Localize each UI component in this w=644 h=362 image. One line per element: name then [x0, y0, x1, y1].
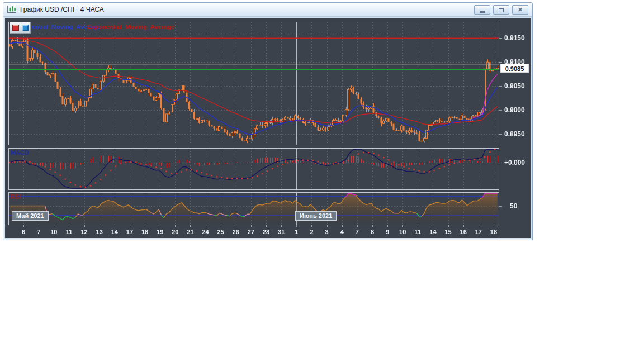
indicator-buttons-panel [10, 22, 31, 34]
price-axis-label: 0.9150 [504, 34, 525, 42]
time-axis-label: 31 [274, 228, 288, 235]
time-axis-label: 10 [47, 228, 60, 235]
time-axis-label: 11 [411, 228, 424, 235]
time-axis-label: 18 [487, 228, 500, 235]
window-titlebar[interactable]: График USD /CHF 4 ЧАСА ✕ [3, 3, 532, 17]
time-axis-label: 20 [168, 228, 182, 235]
time-axis-label: 10 [396, 228, 409, 235]
time-axis-label: 15 [442, 228, 455, 235]
time-axis-label: 17 [123, 228, 136, 235]
time-axis-label: 7 [32, 228, 45, 235]
window-controls: ✕ [474, 5, 528, 15]
time-axis-label: 14 [426, 228, 439, 235]
rsi-mid-axis-label: 50 [510, 202, 517, 210]
time-axis-label: 14 [108, 228, 121, 235]
time-axis-label: 28 [259, 228, 273, 235]
chart-window: График USD /CHF 4 ЧАСА ✕ ential_Moving_A… [3, 2, 533, 240]
rsi-panel-label: RSI [11, 193, 21, 200]
candlestick-chart-icon [7, 6, 17, 14]
time-axis-label: 18 [138, 228, 151, 235]
time-axis-label: 26 [229, 228, 243, 235]
time-axis-label: 2 [305, 228, 318, 235]
time-axis-label: 12 [78, 228, 91, 235]
time-axis-label: 7 [351, 228, 364, 235]
close-button[interactable]: ✕ [512, 5, 528, 15]
close-icon: ✕ [518, 7, 523, 13]
time-axis-label: 21 [183, 228, 197, 235]
chart-canvas[interactable] [5, 18, 531, 238]
time-axis-label: 1 [290, 228, 303, 235]
price-axis-label: 0.8950 [504, 130, 525, 138]
time-axis-label: 4 [335, 228, 349, 235]
time-axis-label: 9 [381, 228, 394, 235]
time-axis-label: 8 [366, 228, 379, 235]
time-axis-label: 16 [457, 228, 470, 235]
time-axis-label: 24 [199, 228, 212, 235]
time-axis-label: 25 [214, 228, 228, 235]
time-axis-label: 3 [320, 228, 334, 235]
price-axis-label: 0.9000 [504, 106, 525, 114]
time-axis-label: 11 [62, 228, 75, 235]
macd-zero-axis-label: +0.000 [504, 159, 525, 166]
restore-button[interactable] [493, 5, 509, 15]
red-indicator-button[interactable] [12, 25, 19, 31]
window-title: График USD /CHF 4 ЧАСА [20, 6, 104, 13]
minimize-icon [480, 11, 485, 13]
macd-panel-label: MACD [11, 149, 29, 156]
blue-indicator-button[interactable] [22, 25, 29, 31]
desktop: { "window": { "title": "График USD /CHF … [0, 0, 644, 362]
time-axis-label: 13 [93, 228, 106, 235]
minimize-button[interactable] [474, 5, 490, 15]
legend-ma-slow: Exponential_Moving_Average [87, 23, 174, 30]
current-price-box: 0.9085 [500, 64, 529, 73]
chart-client-area: ential_Moving_Average Exponential_Moving… [5, 18, 531, 238]
time-axis-label: 17 [472, 228, 485, 235]
restore-icon [499, 8, 504, 12]
time-axis-label: 19 [153, 228, 167, 235]
month-badge-may: Май 2021 [12, 211, 49, 221]
time-axis-label: 27 [244, 228, 258, 235]
time-axis-label: 6 [17, 228, 30, 235]
month-badge-june: Июнь 2021 [295, 211, 337, 221]
price-axis-label: 0.9050 [504, 82, 525, 90]
